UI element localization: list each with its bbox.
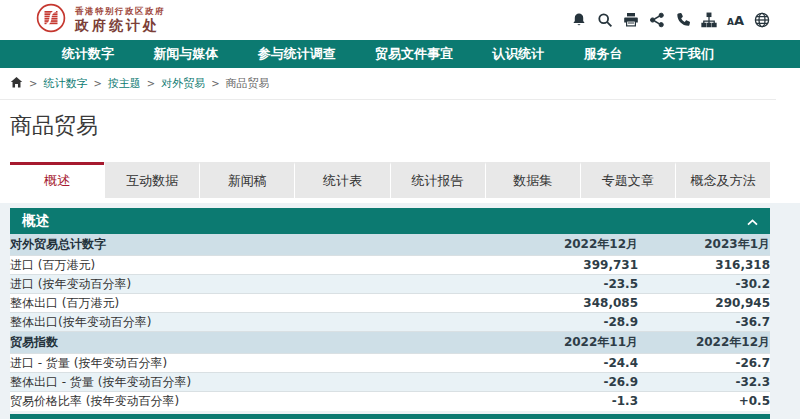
top-bar: 香港特别行政区政府 政府统计处 AA — [0, 0, 800, 40]
overview-section-header[interactable]: 概述 — [10, 208, 770, 234]
table-row: 整体出口 (百万港元) 348,085 290,945 — [10, 294, 770, 313]
group-header-col1: 2022年11月 — [498, 332, 638, 354]
overview-section: 概述 对外贸易总计数字 2022年12月 2023年1月 进口 (百万港元) 3… — [0, 203, 800, 419]
breadcrumb-link-external-trade[interactable]: 对外贸易 — [161, 76, 205, 91]
row-value-1: -1.3 — [498, 392, 638, 411]
breadcrumb-link-by-subject[interactable]: 按主题 — [108, 76, 141, 91]
nav-item-surveys[interactable]: 参与统计调查 — [258, 45, 336, 63]
table-row: 整体出口(按年变动百分率) -28.9 -36.7 — [10, 313, 770, 332]
row-label: 整体出口 (百万港元) — [10, 294, 498, 313]
row-label: 进口 (百万港元) — [10, 256, 498, 275]
row-label: 贸易价格比率 (按年变动百分率) — [10, 392, 498, 411]
logo-text: 香港特别行政区政府 政府统计处 — [75, 6, 165, 34]
row-label: 进口 - 货量 (按年变动百分率) — [10, 354, 498, 373]
table-row: 进口 - 货量 (按年变动百分率) -24.4 -26.7 — [10, 354, 770, 373]
censtatd-logo[interactable]: 香港特别行政区政府 政府统计处 — [36, 3, 165, 37]
breadcrumb-current: 商品贸易 — [226, 76, 270, 91]
language-globe-icon[interactable] — [754, 12, 770, 28]
row-label: 整体出口 - 货量 (按年变动百分率) — [10, 373, 498, 392]
logo-line1: 香港特别行政区政府 — [75, 6, 165, 17]
group-header-col2: 2022年12月 — [638, 332, 770, 354]
sitemap-icon[interactable] — [701, 12, 717, 28]
font-size-icon[interactable]: AA — [727, 12, 744, 28]
nav-item-trade-documents[interactable]: 贸易文件事宜 — [375, 45, 453, 63]
row-value-1: 399,731 — [498, 256, 638, 275]
home-icon[interactable] — [10, 76, 23, 92]
breadcrumb-separator: > — [93, 78, 101, 89]
row-value-1: -24.4 — [498, 354, 638, 373]
nav-item-service-desk[interactable]: 服务台 — [584, 45, 623, 63]
row-value-1: -23.5 — [498, 275, 638, 294]
row-value-2: 316,318 — [638, 256, 770, 275]
nav-item-statistics[interactable]: 统计数字 — [62, 45, 114, 63]
table-group-header: 贸易指数 2022年11月 2022年12月 — [10, 332, 770, 354]
group-header-col2: 2023年1月 — [638, 234, 770, 256]
page-title: 商品贸易 — [10, 112, 800, 141]
nav-item-about-us[interactable]: 关于我们 — [662, 45, 714, 63]
bell-icon[interactable] — [571, 12, 587, 28]
tab-feature-articles[interactable]: 专题文章 — [580, 162, 675, 198]
tab-datasets[interactable]: 数据集 — [485, 162, 580, 198]
breadcrumb-separator: > — [147, 78, 155, 89]
tab-interactive-data[interactable]: 互动数据 — [104, 162, 199, 198]
tab-statistical-reports[interactable]: 统计报告 — [390, 162, 485, 198]
overview-section-title: 概述 — [22, 212, 49, 230]
search-icon[interactable] — [597, 12, 613, 28]
row-value-2: -32.3 — [638, 373, 770, 392]
table-row: 贸易价格比率 (按年变动百分率) -1.3 +0.5 — [10, 392, 770, 411]
row-value-1: -26.9 — [498, 373, 638, 392]
main-nav: 统计数字 新闻与媒体 参与统计调查 贸易文件事宜 认识统计 服务台 关于我们 — [0, 40, 800, 68]
utility-icons: AA — [571, 12, 770, 28]
row-value-2: -30.2 — [638, 275, 770, 294]
row-value-2: -26.7 — [638, 354, 770, 373]
nav-item-about-statistics[interactable]: 认识统计 — [492, 45, 544, 63]
row-value-1: -28.9 — [498, 313, 638, 332]
group-header-label: 对外贸易总计数字 — [10, 234, 498, 256]
censtatd-logo-icon — [36, 3, 66, 37]
row-label: 进口 (按年变动百分率) — [10, 275, 498, 294]
trade-statistics-table: 对外贸易总计数字 2022年12月 2023年1月 进口 (百万港元) 399,… — [10, 234, 770, 411]
tab-press-releases[interactable]: 新闻稿 — [199, 162, 294, 198]
table-group-header: 对外贸易总计数字 2022年12月 2023年1月 — [10, 234, 770, 256]
row-value-1: 348,085 — [498, 294, 638, 313]
breadcrumb-bar: > 统计数字 > 按主题 > 对外贸易 > 商品贸易 — [0, 68, 776, 100]
group-header-label: 贸易指数 — [10, 332, 498, 354]
group-header-col1: 2022年12月 — [498, 234, 638, 256]
row-value-2: 290,945 — [638, 294, 770, 313]
print-icon[interactable] — [623, 12, 639, 28]
breadcrumb-link-statistics[interactable]: 统计数字 — [43, 76, 87, 91]
breadcrumb-separator: > — [211, 78, 219, 89]
row-value-2: +0.5 — [638, 392, 770, 411]
tab-bar: 概述 互动数据 新闻稿 统计表 统计报告 数据集 专题文章 概念及方法 — [10, 162, 770, 198]
table-row: 进口 (按年变动百分率) -23.5 -30.2 — [10, 275, 770, 294]
tab-statistical-tables[interactable]: 统计表 — [294, 162, 389, 198]
row-label: 整体出口(按年变动百分率) — [10, 313, 498, 332]
chevron-up-icon[interactable] — [747, 213, 758, 229]
table-row: 整体出口 - 货量 (按年变动百分率) -26.9 -32.3 — [10, 373, 770, 392]
logo-line2: 政府统计处 — [75, 17, 165, 35]
row-value-2: -36.7 — [638, 313, 770, 332]
next-section-header-collapsed[interactable] — [10, 414, 770, 419]
breadcrumb-separator: > — [29, 78, 37, 89]
table-row: 进口 (百万港元) 399,731 316,318 — [10, 256, 770, 275]
phone-icon[interactable] — [675, 12, 691, 28]
share-icon[interactable] — [649, 12, 665, 28]
breadcrumb: > 统计数字 > 按主题 > 对外贸易 > 商品贸易 — [0, 68, 776, 99]
tab-overview[interactable]: 概述 — [10, 162, 104, 198]
tab-concepts-methods[interactable]: 概念及方法 — [675, 162, 770, 198]
nav-item-news-media[interactable]: 新闻与媒体 — [153, 45, 218, 63]
